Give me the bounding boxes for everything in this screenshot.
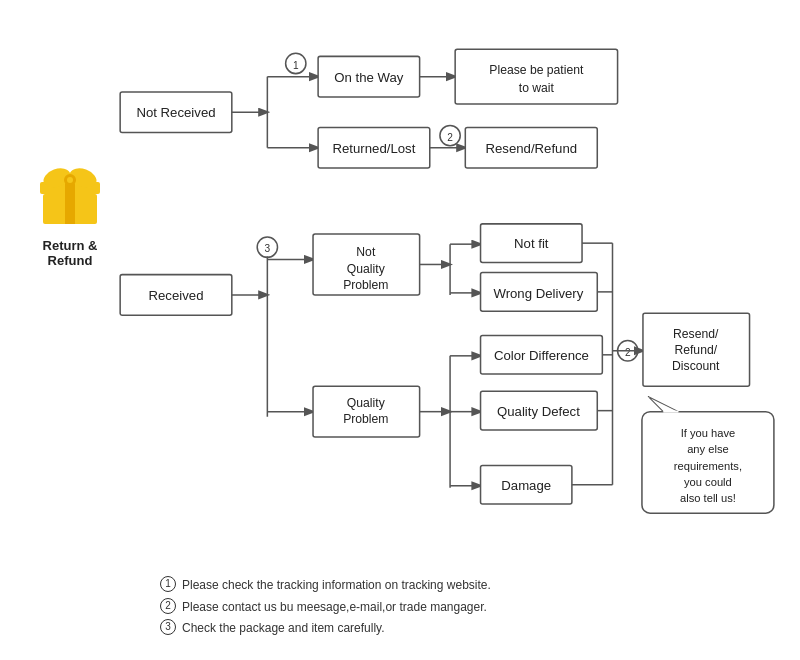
not-fit-label: Not fit bbox=[514, 236, 549, 251]
note-circle-1: 1 bbox=[160, 576, 176, 592]
not-quality-label: Not bbox=[356, 245, 376, 259]
please-wait-label: Please be patient bbox=[489, 63, 584, 77]
quality-problem-label2: Problem bbox=[343, 412, 388, 426]
color-diff-label: Color Difference bbox=[494, 348, 589, 363]
note-item-3: 3 Check the package and item carefully. bbox=[160, 618, 491, 640]
circle-3: 3 bbox=[265, 243, 271, 254]
resend-refund-discount-label3: Discount bbox=[672, 359, 720, 373]
note-text-1: Please check the tracking information on… bbox=[182, 575, 491, 597]
gift-icon bbox=[35, 160, 105, 230]
not-quality-label2: Quality bbox=[347, 262, 386, 276]
if-else-label: If you have bbox=[681, 427, 736, 439]
if-else-label2: any else bbox=[687, 443, 729, 455]
please-wait-label2: to wait bbox=[519, 81, 555, 95]
note-text-3: Check the package and item carefully. bbox=[182, 618, 385, 640]
received-label: Received bbox=[148, 288, 203, 303]
quality-defect-label: Quality Defect bbox=[497, 404, 580, 419]
svg-rect-14 bbox=[455, 49, 617, 104]
if-else-label4: you could bbox=[684, 476, 732, 488]
note-item-2: 2 Please contact us bu meesage,e-mail,or… bbox=[160, 597, 491, 619]
if-else-label5: also tell us! bbox=[680, 492, 736, 504]
note-text-2: Please contact us bu meesage,e-mail,or t… bbox=[182, 597, 487, 619]
svg-marker-52 bbox=[648, 396, 678, 411]
footer-notes: 1 Please check the tracking information … bbox=[160, 575, 491, 640]
circle-2-top: 2 bbox=[447, 132, 453, 143]
not-received-label: Not Received bbox=[136, 105, 215, 120]
resend-refund-discount-label: Resend/ bbox=[673, 327, 719, 341]
note-item-1: 1 Please check the tracking information … bbox=[160, 575, 491, 597]
wrong-delivery-label: Wrong Delivery bbox=[493, 286, 583, 301]
return-refund-label: Return & Refund bbox=[20, 238, 120, 268]
if-else-label3: requirements, bbox=[674, 460, 742, 472]
quality-problem-label: Quality bbox=[347, 396, 386, 410]
circle-1: 1 bbox=[293, 60, 299, 71]
resend-refund-1-label: Resend/Refund bbox=[485, 141, 577, 156]
note-circle-2: 2 bbox=[160, 598, 176, 614]
damage-label: Damage bbox=[501, 478, 551, 493]
resend-refund-discount-label2: Refund/ bbox=[674, 343, 717, 357]
not-quality-label3: Problem bbox=[343, 278, 388, 292]
on-the-way-label: On the Way bbox=[334, 70, 404, 85]
page-container: Return & Refund Not Received 1 On the Wa… bbox=[0, 0, 800, 660]
svg-point-6 bbox=[67, 177, 73, 183]
returned-lost-label: Returned/Lost bbox=[333, 141, 416, 156]
note-circle-3: 3 bbox=[160, 619, 176, 635]
diagram: Not Received 1 On the Way Please be pati… bbox=[110, 20, 780, 580]
circle-2-bottom: 2 bbox=[625, 347, 631, 358]
left-section: Return & Refund bbox=[20, 160, 120, 268]
svg-rect-2 bbox=[65, 182, 75, 224]
